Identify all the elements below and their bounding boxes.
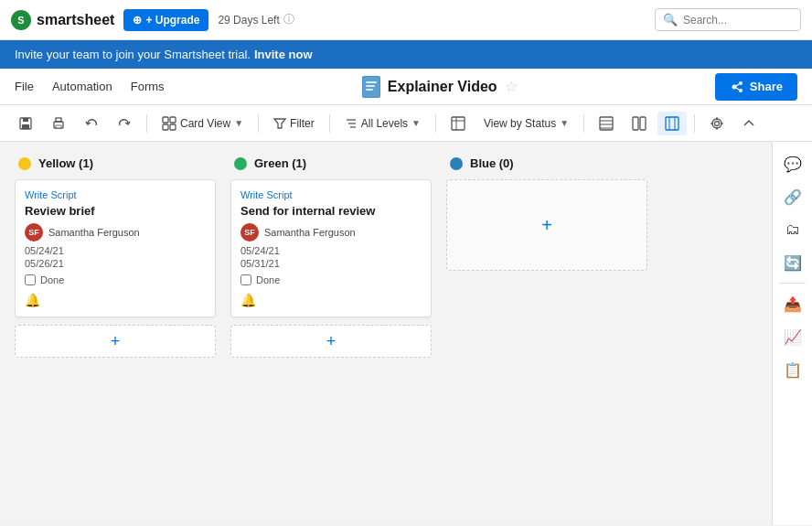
menu-file[interactable]: File: [15, 80, 34, 93]
avatar-initials-0: SF: [28, 228, 39, 237]
svg-rect-13: [22, 124, 29, 129]
print-button[interactable]: [44, 112, 73, 135]
card-check-1: Done: [240, 274, 422, 285]
split-view-button[interactable]: [625, 112, 654, 135]
toolbar-sep-1: [146, 114, 147, 133]
card-title-1: Send for internal review: [240, 204, 422, 218]
svg-point-6: [732, 84, 736, 89]
svg-rect-32: [633, 117, 638, 130]
add-card-blue-placeholder[interactable]: +: [446, 179, 647, 271]
card-view-button[interactable]: Card View ▼: [155, 112, 251, 135]
svg-rect-20: [170, 124, 176, 130]
logo-text: smartsheet: [37, 12, 114, 28]
menu-automation[interactable]: Automation: [52, 80, 112, 93]
view-by-status-button[interactable]: View by Status ▼: [476, 113, 576, 134]
grid-view-button[interactable]: [592, 112, 621, 135]
link-icon[interactable]: 🔗: [778, 182, 807, 211]
assignee-name-1: Samantha Ferguson: [264, 227, 356, 238]
svg-rect-4: [366, 85, 375, 87]
search-input[interactable]: [683, 14, 793, 27]
view-by-status-label: View by Status: [484, 117, 556, 130]
filter-button[interactable]: Filter: [266, 113, 322, 134]
svg-rect-17: [163, 117, 168, 123]
star-icon[interactable]: ☆: [505, 78, 518, 95]
add-card-green[interactable]: +: [230, 325, 432, 358]
col-body-yellow: Write Script Review brief SF Samantha Fe…: [15, 179, 216, 510]
invite-now-link[interactable]: Invite now: [254, 48, 313, 61]
column-blue: Blue (0) +: [446, 156, 647, 510]
activity-icon[interactable]: 📈: [778, 322, 807, 351]
print-icon: [51, 116, 66, 131]
card-date1-1: 05/24/21: [240, 245, 422, 256]
notebook-icon[interactable]: 📋: [778, 355, 807, 384]
done-checkbox-0[interactable]: [25, 274, 36, 285]
collapse-button[interactable]: [735, 113, 763, 134]
done-label-1: Done: [256, 274, 280, 285]
redo-icon: [117, 116, 132, 131]
filter-label: Filter: [290, 117, 315, 130]
filter-icon: [273, 117, 286, 130]
menu-forms[interactable]: Forms: [131, 80, 165, 93]
svg-rect-5: [366, 89, 373, 91]
undo-button[interactable]: [77, 112, 106, 135]
card-date2-1: 05/31/21: [240, 258, 422, 269]
add-card-yellow[interactable]: +: [15, 325, 216, 358]
share-icon: [730, 80, 744, 94]
table-icon-button[interactable]: [443, 112, 473, 135]
all-levels-button[interactable]: All Levels ▼: [337, 113, 428, 134]
svg-rect-16: [56, 125, 61, 128]
col-header-yellow: Yellow (1): [15, 156, 216, 170]
avatar-1: SF: [240, 223, 259, 242]
card-view-label: Card View: [180, 117, 230, 130]
view-status-caret: ▼: [560, 118, 569, 128]
info-icon: ⓘ: [283, 12, 294, 27]
all-levels-label: All Levels: [361, 117, 408, 130]
col-body-green: Write Script Send for internal review SF…: [230, 179, 432, 510]
col-title-green: Green (1): [254, 156, 306, 170]
col-title-yellow: Yellow (1): [38, 156, 93, 170]
split-icon: [632, 116, 646, 131]
card-view-caret: ▼: [234, 118, 243, 128]
toolbar-sep-4: [435, 114, 436, 133]
card-date1-0: 05/24/21: [25, 245, 206, 256]
svg-line-9: [736, 84, 739, 86]
save-button[interactable]: [11, 112, 40, 135]
upgrade-label: + Upgrade: [145, 14, 199, 27]
svg-point-8: [739, 89, 743, 92]
board-area: Yellow (1) Write Script Review brief SF …: [0, 142, 772, 525]
search-box[interactable]: 🔍: [655, 8, 801, 31]
history-icon[interactable]: 🔄: [778, 248, 807, 277]
search-icon: 🔍: [663, 13, 678, 27]
menu-bar: File Automation Forms Explainer Video ☆ …: [0, 69, 812, 105]
svg-rect-19: [163, 124, 168, 130]
upload-icon[interactable]: 📤: [778, 289, 807, 318]
svg-marker-21: [274, 119, 285, 128]
card-bell-1: 🔔: [240, 293, 422, 307]
trial-info: 29 Days Left ⓘ: [218, 12, 294, 27]
svg-rect-33: [640, 117, 646, 130]
toolbar-sep-5: [583, 114, 584, 133]
svg-rect-18: [170, 117, 176, 123]
settings-icon: [710, 116, 724, 131]
save-icon: [18, 116, 33, 131]
layers-icon[interactable]: 🗂: [778, 215, 807, 244]
sidebar-sep: [780, 283, 806, 284]
col-dot-blue: [450, 157, 463, 170]
panel-view-button[interactable]: [657, 112, 687, 135]
redo-button[interactable]: [110, 112, 139, 135]
col-dot-yellow: [18, 157, 31, 170]
share-button[interactable]: Share: [715, 73, 797, 101]
card-bell-0: 🔔: [25, 293, 206, 307]
card-internal-review: Write Script Send for internal review SF…: [230, 179, 432, 317]
done-checkbox-1[interactable]: [240, 274, 251, 285]
levels-icon: [345, 117, 358, 130]
svg-line-10: [736, 88, 739, 90]
upgrade-button[interactable]: ⊕ + Upgrade: [123, 9, 208, 31]
col-header-green: Green (1): [230, 156, 432, 170]
chat-icon[interactable]: 💬: [778, 149, 807, 178]
svg-rect-3: [366, 81, 377, 83]
right-sidebar: 💬 🔗 🗂 🔄 📤 📈 📋: [772, 142, 812, 525]
settings-button[interactable]: [702, 112, 732, 135]
col-header-blue: Blue (0): [446, 156, 647, 170]
chevron-up-icon: [743, 117, 755, 130]
